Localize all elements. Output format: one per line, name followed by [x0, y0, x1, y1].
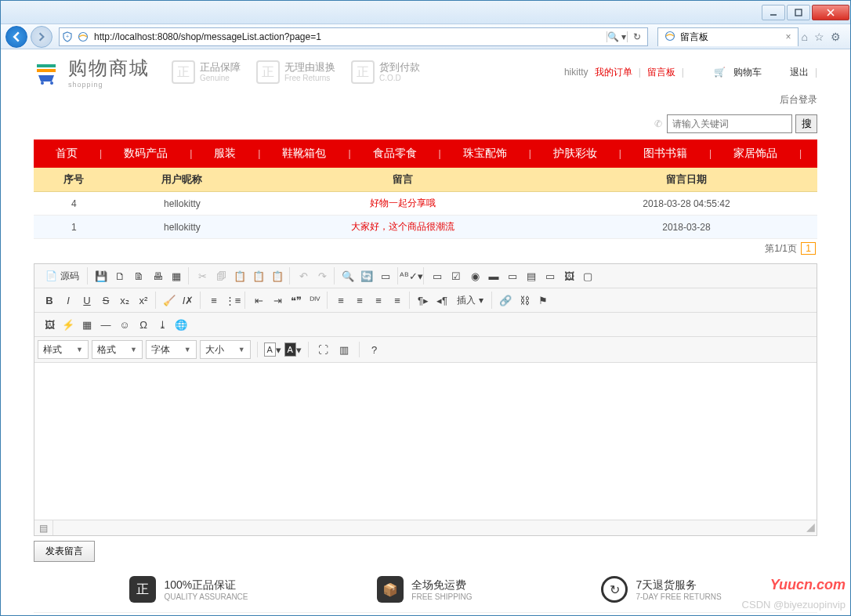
- checkbox-icon[interactable]: ☑: [447, 267, 465, 284]
- anchor-icon[interactable]: ⚑: [534, 292, 552, 309]
- page-current[interactable]: 1: [801, 242, 816, 255]
- radio-icon[interactable]: ◉: [466, 267, 483, 284]
- align-left-icon[interactable]: ≡: [332, 292, 349, 309]
- bg-color-icon[interactable]: A▾: [284, 341, 302, 358]
- minimize-button[interactable]: [762, 5, 785, 20]
- flash-icon[interactable]: ⚡: [60, 316, 77, 333]
- logout-link[interactable]: 退出: [787, 66, 812, 79]
- hr-icon[interactable]: ―: [97, 316, 114, 333]
- search-icon[interactable]: 🔍 ▾: [607, 31, 627, 42]
- styles-dropdown[interactable]: 样式▼: [38, 340, 89, 359]
- paste-text-icon[interactable]: 📋: [250, 267, 267, 284]
- maximize-icon[interactable]: ⛶: [315, 341, 332, 358]
- rtl-icon[interactable]: ◂¶: [433, 292, 451, 309]
- select-all-icon[interactable]: ▭: [377, 267, 394, 284]
- smiley-icon[interactable]: ☺: [116, 316, 133, 333]
- ltr-icon[interactable]: ¶▸: [415, 292, 432, 309]
- paste-icon[interactable]: 📋: [231, 267, 248, 284]
- nav-item[interactable]: 珠宝配饰: [441, 147, 529, 161]
- align-right-icon[interactable]: ≡: [370, 292, 387, 309]
- button-icon[interactable]: ▭: [541, 267, 559, 284]
- show-blocks-icon[interactable]: ▥: [335, 341, 353, 358]
- paste-word-icon[interactable]: 📋: [269, 267, 286, 284]
- address-bar[interactable]: + http://localhost:8080/shop/messageList…: [59, 27, 648, 46]
- select-icon[interactable]: ▤: [523, 267, 540, 284]
- nav-item[interactable]: 鞋靴箱包: [260, 147, 348, 161]
- print-icon[interactable]: 🖶: [149, 267, 166, 284]
- outdent-icon[interactable]: ⇤: [250, 292, 267, 309]
- blockquote-icon[interactable]: ❝❞: [288, 292, 305, 309]
- redo-icon[interactable]: ↷: [313, 267, 331, 284]
- font-dropdown[interactable]: 字体▼: [146, 340, 197, 359]
- url-text[interactable]: http://localhost:8080/shop/messageList.a…: [91, 30, 607, 44]
- copy-format-icon[interactable]: I✗: [179, 292, 197, 309]
- remove-format-icon[interactable]: 🧹: [161, 292, 178, 309]
- back-button[interactable]: [5, 26, 27, 48]
- size-dropdown[interactable]: 大小▼: [200, 340, 251, 359]
- close-tab-icon[interactable]: ×: [786, 31, 791, 42]
- new-page-icon[interactable]: 🗋: [111, 267, 129, 284]
- site-logo[interactable]: 购物商城 shopping: [34, 56, 150, 89]
- spellcheck-icon[interactable]: ᴬᴮ✓▾: [403, 267, 420, 284]
- unlink-icon[interactable]: ⛓: [516, 292, 533, 309]
- templates-icon[interactable]: ▦: [168, 267, 185, 284]
- link-icon[interactable]: 🔗: [497, 292, 514, 309]
- nav-item[interactable]: 食品零食: [351, 147, 439, 161]
- my-orders-link[interactable]: 我的订单: [592, 66, 636, 79]
- table-icon[interactable]: ▦: [78, 316, 96, 333]
- nav-item[interactable]: 首页: [34, 147, 100, 161]
- find-icon[interactable]: 🔍: [339, 267, 357, 284]
- strike-icon[interactable]: S: [97, 292, 114, 309]
- textarea-icon[interactable]: ▭: [504, 267, 521, 284]
- italic-icon[interactable]: I: [60, 292, 77, 309]
- iframe-icon[interactable]: 🌐: [172, 316, 190, 333]
- div-icon[interactable]: ᴰᴵⱽ: [306, 292, 324, 309]
- replace-icon[interactable]: 🔄: [358, 267, 375, 284]
- tools-icon[interactable]: ⚙: [831, 31, 841, 43]
- search-button[interactable]: 搜: [795, 114, 817, 133]
- special-char-icon[interactable]: Ω: [135, 316, 152, 333]
- superscript-icon[interactable]: x²: [135, 292, 152, 309]
- preview-icon[interactable]: 🗎: [130, 267, 147, 284]
- insert-dropdown[interactable]: 插入 ▾: [452, 292, 488, 309]
- copy-icon[interactable]: 🗐: [212, 267, 230, 284]
- cart-link[interactable]: 购物车: [730, 66, 765, 79]
- nav-item[interactable]: 数码产品: [102, 147, 190, 161]
- nav-item[interactable]: 图书书籍: [621, 147, 709, 161]
- browser-tab[interactable]: 留言板 ×: [657, 27, 798, 46]
- search-input[interactable]: [667, 114, 792, 133]
- align-center-icon[interactable]: ≡: [351, 292, 368, 309]
- post-message-button[interactable]: 发表留言: [34, 541, 95, 562]
- save-icon[interactable]: 💾: [92, 267, 110, 284]
- nav-item[interactable]: 服装: [192, 147, 258, 161]
- numbered-list-icon[interactable]: ≡: [205, 292, 223, 309]
- justify-icon[interactable]: ≡: [389, 292, 406, 309]
- undo-icon[interactable]: ↶: [295, 267, 312, 284]
- cut-icon[interactable]: ✂: [194, 267, 211, 284]
- body-tab[interactable]: ▤: [34, 520, 53, 535]
- home-icon[interactable]: ⌂: [802, 31, 808, 43]
- close-button[interactable]: [812, 5, 849, 20]
- forward-button[interactable]: [31, 26, 53, 48]
- favorites-icon[interactable]: ☆: [814, 31, 824, 43]
- resize-handle[interactable]: ◢: [804, 520, 817, 535]
- nav-item[interactable]: 护肤彩妆: [531, 147, 619, 161]
- bullet-list-icon[interactable]: ⋮≡: [224, 292, 241, 309]
- bold-icon[interactable]: B: [41, 292, 58, 309]
- editor-textarea[interactable]: [34, 363, 817, 520]
- pagebreak-icon[interactable]: ⤓: [154, 316, 171, 333]
- nav-item[interactable]: 家居饰品: [712, 147, 799, 161]
- source-button[interactable]: 📄 源码: [41, 267, 84, 284]
- about-icon[interactable]: ?: [366, 341, 383, 358]
- format-dropdown[interactable]: 格式▼: [92, 340, 143, 359]
- indent-icon[interactable]: ⇥: [269, 292, 286, 309]
- underline-icon[interactable]: U: [78, 292, 96, 309]
- text-color-icon[interactable]: A▾: [264, 341, 281, 358]
- hidden-field-icon[interactable]: ▢: [579, 267, 596, 284]
- refresh-button[interactable]: ↻: [627, 31, 647, 42]
- message-board-link[interactable]: 留言板: [644, 66, 679, 79]
- image-icon[interactable]: 🖼: [41, 316, 58, 333]
- maximize-button[interactable]: [787, 5, 810, 20]
- subscript-icon[interactable]: x₂: [116, 292, 133, 309]
- textfield-icon[interactable]: ▬: [485, 267, 502, 284]
